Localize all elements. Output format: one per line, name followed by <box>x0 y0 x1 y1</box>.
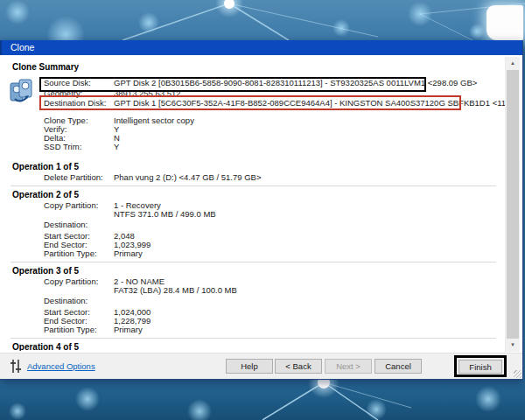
geometry-label: Geometry: <box>44 89 114 98</box>
advanced-options-link[interactable]: Advanced Options <box>27 361 95 371</box>
resize-grip[interactable] <box>514 370 522 378</box>
disk-summary-block: Source Disk: GPT Disk 2 [0B3015B6-5858-9… <box>0 77 505 116</box>
destination-row: Destination: <box>0 220 505 229</box>
operation-1-header: Operation 1 of 5 <box>12 162 505 172</box>
next-button[interactable]: Next > <box>325 359 372 374</box>
scrollbar-thumb[interactable] <box>507 70 519 339</box>
clone-dialog-window: Clone Clone Summary Source Disk: <box>0 40 523 380</box>
dialog-button-bar: Advanced Options Help < Back Next > Canc… <box>0 353 522 379</box>
cancel-button[interactable]: Cancel <box>374 359 422 374</box>
help-button[interactable]: Help <box>226 359 273 374</box>
dialog-title: Clone <box>10 42 34 52</box>
partition-type-row: Partition Type: Primary <box>0 326 505 334</box>
source-disk-label: Source Disk: <box>44 79 114 88</box>
partition-type-row: Partition Type: Primary <box>0 249 505 258</box>
copy-partition-row: Copy Partition: 2 - NO NAME FAT32 (LBA) … <box>0 277 505 295</box>
operation-1-section: Operation 1 of 5 Delete Partition: Phan … <box>0 162 505 186</box>
operation-3-section: Operation 3 of 5 Copy Partition: 2 - NO … <box>0 266 505 339</box>
sliders-icon <box>8 359 24 374</box>
operation-2-header: Operation 2 of 5 <box>12 190 505 200</box>
geometry-row: Geometry: 38913 255 63 512 <box>44 89 181 98</box>
section-divider <box>10 186 496 186</box>
copy-partition-row: Copy Partition: 1 - Recovery NTFS 371.0 … <box>0 201 505 219</box>
dialog-titlebar[interactable]: Clone <box>0 40 522 55</box>
desktop-wallpaper: Clone Clone Summary Source Disk: <box>0 0 525 420</box>
operation-4-header: Operation 4 of 5 <box>12 342 505 351</box>
operation-2-section: Operation 2 of 5 Copy Partition: 1 - Rec… <box>0 190 505 262</box>
wallpaper-bright-spot <box>486 5 523 40</box>
section-divider <box>10 338 496 339</box>
operation-4-section: Operation 4 of 5 Copy Partition: 3 - <NO… <box>0 342 505 351</box>
destination-disk-value: GPT Disk 1 [5C6C30F5-352A-41F8-B852-089C… <box>114 99 505 108</box>
clone-disks-icon <box>10 78 32 104</box>
ssd-trim-row: SSD Trim: Y <box>0 143 505 151</box>
finish-highlight-box: Finish <box>454 355 507 377</box>
back-button[interactable]: < Back <box>275 359 322 374</box>
destination-disk-label: Destination Disk: <box>44 99 114 108</box>
section-divider <box>10 262 496 262</box>
verify-row: Verify: Y <box>0 125 505 134</box>
geometry-value: 38913 255 63 512 <box>114 89 181 98</box>
dialog-body: Clone Summary Source Disk: GPT Disk 2 [0… <box>0 55 522 379</box>
source-disk-value: GPT Disk 2 [0B3015B6-5858-9090-8081-8283… <box>114 79 477 88</box>
finish-button[interactable]: Finish <box>458 360 502 374</box>
operation-3-header: Operation 3 of 5 <box>12 266 505 276</box>
destination-row: Destination: <box>0 297 505 305</box>
delete-partition-row: Delete Partition: Phan vung 2 (D:) <4.47… <box>0 173 505 182</box>
scroll-down-arrow-icon[interactable]: ▼ <box>506 339 520 352</box>
vertical-scrollbar[interactable]: ▲ ▼ <box>505 57 520 352</box>
clone-options-block: Clone Type: Intelligent sector copy Veri… <box>0 116 505 151</box>
clone-summary-heading: Clone Summary <box>12 62 505 72</box>
source-disk-row: Source Disk: GPT Disk 2 [0B3015B6-5858-9… <box>44 79 477 88</box>
destination-disk-row: Destination Disk: GPT Disk 1 [5C6C30F5-3… <box>44 99 505 108</box>
clone-type-row: Clone Type: Intelligent sector copy <box>0 116 505 125</box>
summary-scroll-area[interactable]: Clone Summary Source Disk: GPT Disk 2 [0… <box>0 55 505 351</box>
scroll-up-arrow-icon[interactable]: ▲ <box>506 57 520 70</box>
